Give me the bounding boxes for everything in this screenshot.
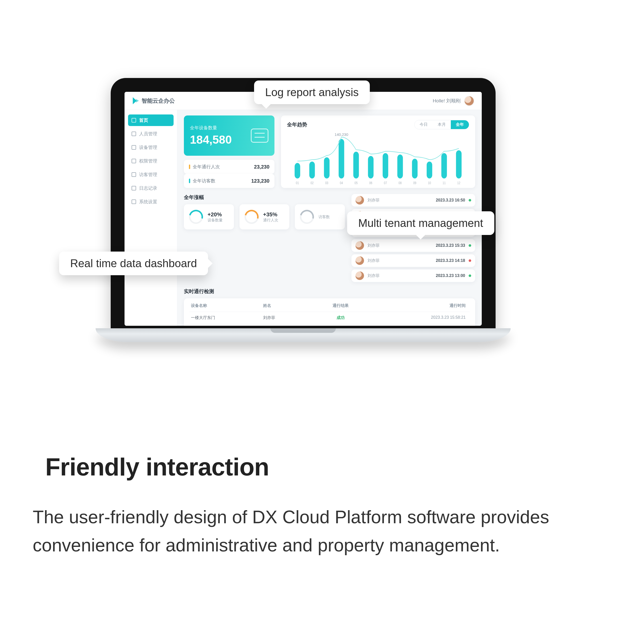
callout-realtime-dashboard: Real time data dashboard	[59, 252, 208, 275]
trend-title: 全年趋势	[287, 121, 307, 128]
svg-text:03: 03	[325, 181, 328, 185]
activity-time: 2023.3.23 15:33	[436, 243, 465, 248]
laptop-frame: 智能云企办公 Holle! 刘顺刚 首页人员管理设备管理权限管理访客管理日志记录…	[96, 78, 511, 342]
logo-icon	[132, 97, 139, 104]
nav-label: 权限管理	[139, 158, 157, 164]
sidebar-item[interactable]: 日志记录	[128, 182, 174, 194]
svg-rect-11	[456, 150, 462, 179]
app-logo[interactable]: 智能云企办公	[132, 97, 175, 105]
th-name: 姓名	[263, 303, 313, 308]
range-button[interactable]: 今日	[415, 120, 433, 129]
table-row[interactable]: 一楼大厅东门刘亦菲成功2023.3.23 15:58:21	[189, 312, 470, 324]
status-dot-icon	[469, 199, 471, 202]
cell-device: 一楼大厅东门	[191, 315, 263, 320]
activity-row[interactable]: 刘亦菲2023.3.23 14:18	[351, 254, 475, 267]
nav-label: 首页	[139, 117, 148, 123]
svg-text:05: 05	[354, 181, 357, 185]
progress-ring-icon	[300, 210, 314, 224]
activity-row[interactable]: 刘亦菲2023.3.23 16:50	[351, 194, 475, 207]
range-button[interactable]: 全年	[451, 120, 469, 129]
stat-line: 全年访客数123,230	[184, 174, 274, 188]
realtime-panel: 实时通行检测 设备名称 姓名 通行结果 通行时间 一楼大厅东门刘亦菲成功2023…	[184, 288, 475, 326]
cell-name: 刘亦菲	[263, 315, 313, 320]
svg-rect-9	[427, 162, 432, 178]
sidebar-item[interactable]: 访客管理	[128, 169, 174, 180]
svg-text:06: 06	[369, 181, 372, 185]
document-icon	[251, 129, 268, 143]
svg-text:09: 09	[413, 181, 416, 185]
status-dot-icon	[469, 244, 471, 247]
sidebar-item[interactable]: 首页	[128, 114, 174, 126]
sidebar-item[interactable]: 权限管理	[128, 155, 174, 167]
gain-title: 全年涨幅	[184, 194, 345, 201]
cell-time: 2023.3.23 15:58:21	[368, 315, 468, 320]
stat-line-label: 全年通行人次	[193, 164, 220, 170]
activity-name: 刘亦菲	[368, 198, 390, 203]
user-avatar[interactable]	[464, 96, 474, 106]
th-time: 通行时间	[368, 303, 468, 308]
svg-text:01: 01	[296, 181, 299, 185]
activity-time: 2023.3.23 14:18	[436, 258, 465, 263]
nav-icon	[132, 172, 136, 177]
activity-row[interactable]: 刘亦菲2023.3.23 15:33	[351, 239, 475, 252]
avatar-icon	[355, 241, 364, 250]
stat-line-label: 全年访客数	[193, 178, 215, 184]
trend-chart: 140,230 010203040506070809101112	[287, 132, 469, 185]
table-row[interactable]: 一楼大厅西门刘亦菲成功2023.3.23 15:58:21	[189, 324, 470, 326]
progress-ring-icon	[245, 210, 259, 224]
nav-label: 设备管理	[139, 144, 157, 150]
activity-name: 刘亦菲	[368, 273, 390, 278]
color-dot	[189, 165, 190, 169]
svg-rect-3	[339, 139, 344, 178]
activity-time: 2023.3.23 13:00	[436, 273, 465, 278]
svg-text:11: 11	[442, 181, 446, 185]
cell-result: 成功	[313, 315, 368, 320]
nav-icon	[132, 199, 136, 204]
nav-icon	[132, 132, 136, 136]
svg-rect-10	[441, 153, 447, 179]
stat-line-value: 23,230	[254, 164, 269, 170]
range-segment: 今日本月全年	[414, 120, 469, 129]
stats-column: 全年设备数量 184,580 全年通行人次23,230全年访客数123,230	[184, 115, 274, 188]
nav-icon	[132, 118, 136, 123]
table-header: 设备名称 姓名 通行结果 通行时间	[189, 300, 470, 312]
nav-icon	[132, 186, 136, 190]
greeting: Holle! 刘顺刚	[433, 98, 461, 104]
gain-sub: 访客数	[318, 215, 330, 219]
svg-rect-1	[309, 162, 315, 178]
sidebar-item[interactable]: 人员管理	[128, 128, 174, 140]
sidebar-item[interactable]: 系统设置	[128, 196, 174, 208]
svg-rect-0	[295, 163, 300, 179]
avatar-icon	[355, 196, 364, 205]
gain-card: +35%通行人次	[239, 204, 290, 229]
gain-pct: +20%	[208, 211, 223, 218]
gain-card: 访客数	[295, 204, 345, 229]
marketing-subtext: The user-friendly design of DX Cloud Pla…	[33, 503, 606, 559]
activity-row[interactable]: 刘亦菲2023.3.23 13:00	[351, 269, 475, 282]
table-title: 实时通行检测	[184, 288, 475, 295]
color-dot	[189, 179, 190, 183]
sidebar-item[interactable]: 设备管理	[128, 142, 174, 153]
th-device: 设备名称	[191, 303, 263, 308]
access-table: 设备名称 姓名 通行结果 通行时间 一楼大厅东门刘亦菲成功2023.3.23 1…	[184, 298, 475, 326]
activity-panel: 刘亦菲2023.3.23 16:50刘亦菲2023.3.23 16:30刘亦菲2…	[351, 194, 475, 282]
laptop-base	[96, 328, 511, 342]
range-button[interactable]: 本月	[433, 120, 451, 129]
screen-bezel: 智能云企办公 Holle! 刘顺刚 首页人员管理设备管理权限管理访客管理日志记录…	[111, 78, 496, 328]
svg-rect-8	[412, 159, 418, 178]
gain-panel: 全年涨幅 +20%设备数量+35%通行人次访客数	[184, 194, 345, 282]
stat-line: 全年通行人次23,230	[184, 160, 274, 174]
status-dot-icon	[469, 259, 471, 262]
callout-log-report: Log report analysis	[254, 81, 370, 104]
nav-label: 人员管理	[139, 131, 157, 137]
svg-rect-6	[383, 153, 388, 179]
nav-icon	[132, 159, 136, 163]
svg-text:07: 07	[384, 181, 387, 185]
activity-time: 2023.3.23 16:50	[436, 198, 465, 203]
app-name: 智能云企办公	[142, 97, 175, 105]
marketing-headline: Friendly interaction	[45, 453, 269, 481]
svg-rect-7	[397, 154, 403, 178]
nav-label: 日志记录	[139, 185, 157, 191]
hero-stat-card: 全年设备数量 184,580	[184, 115, 274, 156]
svg-text:08: 08	[398, 181, 401, 185]
